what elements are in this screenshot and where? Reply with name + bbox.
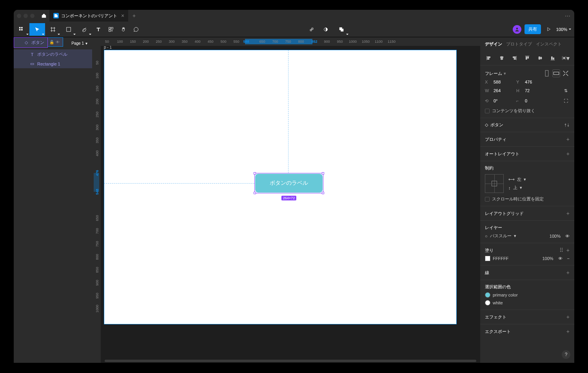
- primary-swatch[interactable]: [485, 292, 490, 298]
- svg-rect-14: [341, 29, 344, 31]
- properties-section: プロパティ+: [480, 132, 574, 147]
- add-stroke-icon[interactable]: +: [566, 269, 570, 276]
- visibility-toggle-icon[interactable]: 👁: [565, 234, 570, 238]
- comment-tool-icon[interactable]: [130, 23, 142, 36]
- present-icon[interactable]: [544, 26, 553, 33]
- component-icon[interactable]: [305, 23, 318, 36]
- remove-fill-icon[interactable]: −: [567, 256, 570, 261]
- align-top-icon[interactable]: [523, 54, 531, 62]
- close-dot[interactable]: [17, 14, 21, 18]
- svg-point-46: [568, 125, 569, 126]
- inspect-tab[interactable]: インスペクト: [536, 41, 562, 47]
- window-controls[interactable]: [17, 14, 34, 18]
- fill-opacity[interactable]: 100%: [542, 256, 553, 261]
- handle-tl[interactable]: [254, 172, 256, 175]
- align-hcenter-icon[interactable]: [498, 54, 506, 62]
- app-menu-icon[interactable]: ⋯: [565, 13, 571, 19]
- add-effect-icon[interactable]: +: [566, 314, 570, 320]
- svg-rect-9: [109, 27, 111, 29]
- frame-tool-icon[interactable]: [45, 23, 61, 36]
- align-right-icon[interactable]: [510, 54, 518, 62]
- constraint-h[interactable]: ⟷ 左 ▾: [508, 176, 526, 182]
- align-left-icon[interactable]: [485, 54, 493, 62]
- scroll-fix-checkbox[interactable]: [485, 197, 490, 202]
- x-input[interactable]: 588: [494, 80, 513, 84]
- minimize-dot[interactable]: [24, 14, 28, 18]
- add-property-icon[interactable]: +: [566, 136, 570, 142]
- blend-mode[interactable]: パススルー: [490, 233, 512, 239]
- zoom-control[interactable]: 100%: [556, 27, 571, 32]
- close-tab-icon[interactable]: ×: [121, 13, 124, 19]
- landscape-icon[interactable]: [552, 69, 560, 77]
- adjust-icon[interactable]: [564, 122, 570, 128]
- help-button[interactable]: ?: [562, 350, 570, 359]
- link-wh-icon[interactable]: ⇅: [562, 87, 570, 95]
- layer-label[interactable]: T ボタンのラベル: [14, 49, 92, 59]
- vertical-ruler[interactable]: 50 100 150 200 250 300 350 400 476 548 6…: [92, 46, 101, 363]
- boolean-icon[interactable]: [334, 23, 349, 36]
- handle-tr[interactable]: [322, 172, 324, 175]
- design-tab[interactable]: デザイン: [485, 41, 502, 47]
- radius-input[interactable]: 0: [525, 98, 544, 103]
- svg-rect-0: [19, 27, 21, 28]
- fill-visibility-icon[interactable]: 👁: [558, 256, 563, 261]
- corners-icon[interactable]: ⛶: [562, 97, 570, 105]
- fill-hex[interactable]: FFFFFF: [493, 256, 508, 261]
- canvas[interactable]: p - 1 ボタンのラベル 264×72: [101, 46, 480, 363]
- horizontal-scrollbar[interactable]: [105, 360, 476, 362]
- layer-button[interactable]: ◇ ボタン: [14, 37, 48, 48]
- maximize-dot[interactable]: [30, 14, 34, 18]
- home-icon[interactable]: [40, 12, 48, 20]
- constraint-widget[interactable]: +: [485, 174, 504, 193]
- main-menu-icon[interactable]: [14, 23, 29, 36]
- hand-tool-icon[interactable]: [117, 23, 130, 36]
- svg-point-44: [565, 124, 566, 125]
- add-export-icon[interactable]: +: [566, 328, 570, 335]
- white-swatch[interactable]: [485, 300, 490, 306]
- titlebar: コンポーネントのバリアント × + ⋯: [14, 10, 574, 22]
- distribute-icon[interactable]: ▾: [562, 54, 570, 62]
- frame-label[interactable]: p - 1: [104, 46, 112, 49]
- unlock-icon[interactable]: 🔓: [49, 40, 54, 44]
- shape-tool-icon[interactable]: [61, 23, 76, 36]
- visibility-icon[interactable]: 👁: [56, 40, 60, 44]
- fill-section: 塗り⠿+ FFFFFF100%👁−: [480, 243, 574, 266]
- user-avatar[interactable]: [513, 25, 521, 34]
- svg-rect-11: [109, 29, 111, 31]
- portrait-icon[interactable]: [543, 69, 551, 77]
- resources-icon[interactable]: [105, 23, 117, 36]
- constraint-v[interactable]: ↕ 上 ▾: [508, 185, 526, 191]
- page-selector[interactable]: Page 1▾: [71, 41, 87, 45]
- fill-swatch[interactable]: [485, 256, 490, 261]
- mask-icon[interactable]: [319, 23, 332, 36]
- move-tool-icon[interactable]: [29, 23, 45, 36]
- resize-fit-icon[interactable]: [562, 69, 570, 77]
- w-input[interactable]: 264: [494, 88, 513, 93]
- left-panel: レイヤー アセット Page 1▾ Desktop - 1 🔓👁 ◇ ボタン T…: [14, 37, 92, 363]
- selection-box[interactable]: [254, 173, 323, 193]
- doc-tab[interactable]: コンポーネントのバリアント ×: [49, 10, 128, 22]
- app-window: コンポーネントのバリアント × + ⋯: [14, 10, 574, 363]
- svg-rect-25: [501, 58, 503, 60]
- add-grid-icon[interactable]: +: [566, 210, 570, 217]
- add-fill-icon[interactable]: +: [566, 247, 570, 253]
- h-input[interactable]: 72: [525, 88, 544, 93]
- handle-br[interactable]: [322, 192, 324, 194]
- svg-rect-31: [528, 57, 529, 58]
- handle-bl[interactable]: [254, 192, 256, 194]
- clip-checkbox[interactable]: [485, 109, 490, 113]
- prototype-tab[interactable]: プロトタイプ: [506, 41, 532, 47]
- opacity-input[interactable]: 100%: [550, 234, 561, 238]
- align-vcenter-icon[interactable]: [536, 54, 544, 62]
- horizontal-ruler[interactable]: 50 100 150 200 250 300 350 400 450 500 5…: [92, 37, 480, 46]
- add-autolayout-icon[interactable]: +: [566, 151, 570, 157]
- text-tool-icon[interactable]: [92, 23, 105, 36]
- layer-rect[interactable]: ▭ Rectangle 1: [14, 59, 92, 68]
- share-button[interactable]: 共有: [524, 24, 541, 34]
- style-icon[interactable]: ⠿: [559, 247, 563, 253]
- pen-tool-icon[interactable]: [76, 23, 92, 36]
- rotation-input[interactable]: 0°: [494, 98, 513, 103]
- align-bottom-icon[interactable]: [549, 54, 557, 62]
- new-tab-button[interactable]: +: [128, 13, 140, 19]
- y-input[interactable]: 476: [525, 80, 544, 84]
